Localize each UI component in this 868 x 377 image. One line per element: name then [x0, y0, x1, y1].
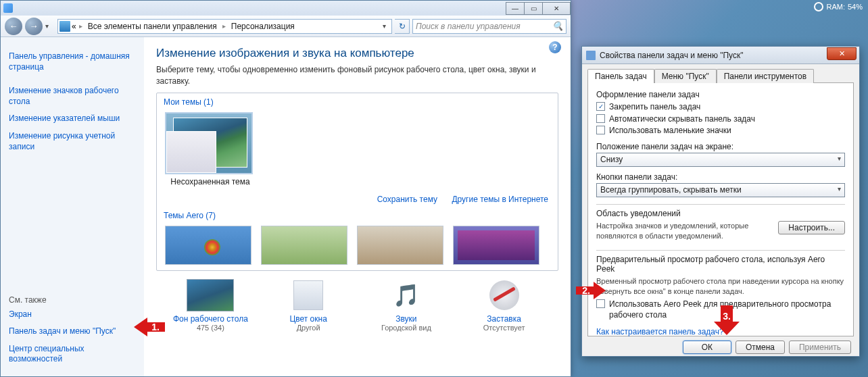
minimize-button[interactable]: — — [506, 2, 525, 15]
ram-value: 54% — [848, 3, 863, 11]
screensaver-icon — [489, 280, 519, 310]
color-icon — [293, 280, 323, 310]
ok-button[interactable]: ОК — [683, 341, 731, 354]
checkbox-icon — [596, 126, 605, 134]
tab-start-menu[interactable]: Меню "Пуск" — [654, 69, 717, 83]
close-button[interactable]: ✕ — [542, 2, 571, 15]
bottom-row: Фон рабочего стола 475 (34) Цвет окна Др… — [156, 271, 558, 334]
sidebar-item-display[interactable]: Экран — [9, 306, 136, 324]
back-button[interactable]: ← — [5, 18, 22, 35]
notification-area-group: Область уведомлений Настройка значков и … — [596, 204, 845, 244]
window-color-button[interactable]: Цвет окна Другой — [260, 279, 358, 332]
notification-desc: Настройка значков и уведомлений, которые… — [596, 221, 773, 241]
ram-label: RAM: — [826, 3, 845, 11]
position-select[interactable]: Снизу — [596, 153, 845, 167]
search-icon: 🔍 — [552, 21, 563, 31]
autohide-checkbox[interactable]: Автоматически скрывать панель задач — [596, 114, 845, 125]
breadcrumb-dropdown[interactable]: ▾ — [379, 22, 390, 30]
online-themes-link[interactable]: Другие темы в Интернете — [452, 195, 548, 204]
peek-heading: Предварительный просмотр рабочего стола,… — [596, 255, 845, 274]
maximize-button[interactable]: ▭ — [524, 2, 543, 15]
desktop-background-button[interactable]: Фон рабочего стола 475 (34) — [162, 279, 260, 332]
address-bar[interactable]: « ▸ Все элементы панели управления ▸ Пер… — [57, 19, 392, 34]
aero-theme-1[interactable] — [165, 226, 251, 265]
dialog-title: Свойства панели задач и меню "Пуск" — [600, 51, 827, 60]
dialog-icon — [586, 51, 596, 60]
window-titlebar[interactable]: — ▭ ✕ — [1, 1, 571, 16]
aero-theme-3[interactable] — [357, 226, 443, 265]
position-label: Положение панели задач на экране: — [596, 142, 845, 151]
refresh-button[interactable]: ↻ — [395, 19, 410, 34]
svg-marker-1 — [576, 282, 606, 299]
checkbox-icon — [596, 102, 605, 111]
lock-taskbar-checkbox[interactable]: Закрепить панель задач — [596, 102, 845, 113]
save-theme-link[interactable]: Сохранить тему — [377, 195, 437, 204]
dialog-footer: ОК Отмена Применить — [582, 341, 859, 359]
themes-box: Мои темы (1) Несохраненная тема Сохранит… — [156, 93, 558, 271]
dialog-tabs: Панель задач Меню "Пуск" Панели инструме… — [582, 64, 859, 82]
marker-3: 3. — [708, 305, 745, 335]
marker-2: 2. — [576, 280, 606, 301]
apply-button[interactable]: Применить — [789, 341, 851, 354]
main-content: Изменение изображения и звука на компьют… — [144, 37, 571, 376]
sounds-button[interactable]: 🎵 Звуки Городской вид — [358, 279, 456, 332]
window-icon — [3, 3, 13, 13]
breadcrumb-level1[interactable]: Все элементы панели управления — [85, 22, 220, 31]
control-panel-icon — [59, 21, 70, 32]
page-description: Выберите тему, чтобы одновременно измени… — [156, 64, 558, 87]
cancel-button[interactable]: Отмена — [736, 341, 785, 354]
sidebar-item-desktop-icons[interactable]: Изменение значков рабочего стола — [9, 82, 136, 110]
peek-desc: Временный просмотр рабочего стола при на… — [596, 276, 845, 297]
tab-toolbars[interactable]: Панели инструментов — [717, 69, 814, 83]
sidebar-item-account-picture[interactable]: Изменение рисунка учетной записи — [9, 128, 136, 155]
theme-unsaved[interactable]: Несохраненная тема — [165, 112, 256, 186]
small-icons-checkbox[interactable]: Использовать маленькие значки — [596, 126, 845, 136]
help-link[interactable]: Как настраивается панель задач? — [596, 327, 724, 336]
sidebar-item-taskbar[interactable]: Панель задач и меню "Пуск" — [9, 323, 136, 341]
history-dropdown[interactable]: ▾ — [45, 20, 55, 33]
aero-theme-2[interactable] — [261, 226, 347, 265]
search-input[interactable]: Поиск в панели управления 🔍 — [412, 19, 566, 34]
sound-icon: 🎵 — [393, 282, 420, 308]
dialog-body: Оформление панели задач Закрепить панель… — [587, 82, 854, 336]
personalization-window: — ▭ ✕ ← → ▾ « ▸ Все элементы панели упра… — [0, 0, 571, 377]
buttons-label: Кнопки панели задач: — [596, 172, 845, 182]
dialog-titlebar[interactable]: Свойства панели задач и меню "Пуск" ✕ — [582, 47, 859, 64]
forward-button[interactable]: → — [25, 18, 43, 35]
aero-theme-4[interactable] — [453, 226, 539, 265]
window-toolbar: ← → ▾ « ▸ Все элементы панели управления… — [1, 16, 571, 37]
marker-1: 1. — [134, 315, 165, 339]
breadcrumb-level2[interactable]: Персонализация — [228, 22, 297, 31]
appearance-heading: Оформление панели задач — [596, 90, 845, 99]
svg-marker-0 — [134, 318, 165, 336]
see-also-heading: См. также — [9, 291, 136, 306]
aero-themes-label: Темы Aero (7) — [157, 207, 558, 223]
my-themes-label: Мои темы (1) — [157, 93, 558, 109]
screensaver-button[interactable]: Заставка Отсутствует — [455, 279, 553, 332]
sidebar-item-mouse-pointers[interactable]: Изменение указателей мыши — [9, 110, 136, 128]
tab-taskbar[interactable]: Панель задач — [587, 69, 654, 83]
sidebar: Панель управления - домашняя страница Из… — [1, 37, 144, 376]
dialog-close-button[interactable]: ✕ — [827, 47, 857, 60]
notification-heading: Область уведомлений — [596, 209, 845, 218]
sidebar-home[interactable]: Панель управления - домашняя страница — [9, 48, 136, 76]
ram-indicator: RAM: 54% — [814, 2, 863, 11]
breadcrumb-root[interactable]: « — [72, 22, 76, 31]
checkbox-icon — [596, 114, 605, 123]
help-icon[interactable]: ? — [549, 41, 561, 53]
customize-button[interactable]: Настроить... — [778, 221, 845, 234]
buttons-select[interactable]: Всегда группировать, скрывать метки — [596, 183, 845, 197]
sidebar-item-ease-of-access[interactable]: Центр специальных возможностей — [9, 341, 136, 368]
page-title: Изменение изображения и звука на компьют… — [156, 47, 558, 60]
background-icon — [187, 279, 234, 311]
